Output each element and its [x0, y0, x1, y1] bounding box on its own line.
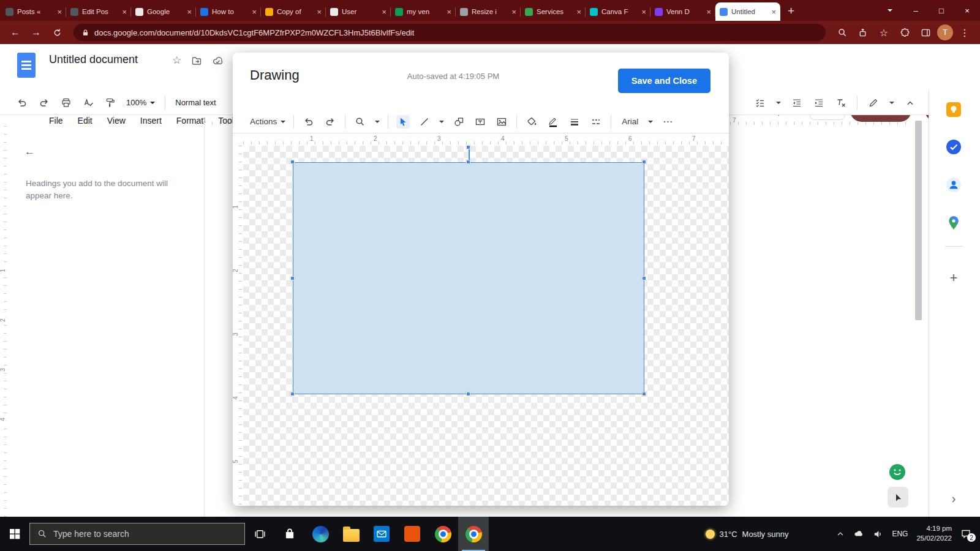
- text-box-tool-icon[interactable]: [473, 115, 487, 129]
- browser-profile-avatar[interactable]: T: [937, 24, 953, 40]
- start-button[interactable]: [0, 517, 29, 551]
- editing-mode-caret-icon[interactable]: [889, 102, 894, 104]
- menu-insert[interactable]: Insert: [135, 114, 167, 127]
- save-and-close-button[interactable]: Save and Close: [618, 69, 710, 93]
- resize-handle-bottom-right[interactable]: [642, 392, 646, 396]
- tab-close-icon[interactable]: ×: [511, 8, 516, 16]
- line-tool-caret-icon[interactable]: [439, 121, 444, 123]
- tasks-icon[interactable]: [945, 138, 962, 156]
- actions-dropdown[interactable]: Actions: [250, 117, 285, 126]
- resize-handle-top-center[interactable]: [466, 160, 470, 164]
- tab-close-icon[interactable]: ×: [187, 8, 192, 16]
- maximize-button[interactable]: □: [929, 0, 954, 21]
- browser-menu-icon[interactable]: ⋮: [956, 23, 974, 42]
- resize-handle-top-right[interactable]: [642, 160, 646, 164]
- taskbar-search-box[interactable]: [29, 523, 245, 545]
- chrome-active-app-icon[interactable]: [458, 517, 489, 551]
- cloud-saved-icon[interactable]: [212, 55, 224, 67]
- weather-widget[interactable]: 31°C Mostly sunny: [706, 530, 789, 539]
- browser-tab[interactable]: How to×: [196, 2, 261, 21]
- close-window-button[interactable]: ×: [954, 0, 980, 21]
- browser-tab[interactable]: Venn D×: [650, 2, 715, 21]
- resize-handle-top-left[interactable]: [290, 160, 295, 164]
- paint-format-icon[interactable]: [104, 97, 116, 109]
- tab-close-icon[interactable]: ×: [641, 8, 646, 16]
- get-addons-icon[interactable]: +: [945, 269, 962, 287]
- docs-logo-icon[interactable]: [17, 53, 36, 78]
- border-color-tool-icon[interactable]: [546, 115, 560, 129]
- menu-file[interactable]: File: [44, 114, 68, 127]
- zoom-tool-caret-icon[interactable]: [375, 121, 380, 123]
- chrome-app-icon[interactable]: [428, 517, 458, 551]
- zoom-tool-icon[interactable]: [353, 115, 367, 129]
- volume-icon[interactable]: [873, 529, 883, 539]
- browser-tab[interactable]: my ven×: [391, 2, 456, 21]
- tab-close-icon[interactable]: ×: [57, 8, 62, 16]
- zoom-select[interactable]: 100%: [126, 98, 155, 107]
- menu-format[interactable]: Format: [172, 114, 208, 127]
- resize-handle-middle-right[interactable]: [642, 276, 646, 280]
- new-tab-button[interactable]: +: [788, 5, 794, 17]
- undo-icon[interactable]: [16, 97, 28, 109]
- edge-app-icon[interactable]: [305, 517, 336, 551]
- side-panel-icon[interactable]: [916, 23, 935, 42]
- mail-app-icon[interactable]: [366, 517, 397, 551]
- side-panel-chevron-icon[interactable]: ›: [945, 490, 962, 507]
- rotation-handle[interactable]: [466, 145, 470, 149]
- document-title[interactable]: Untitled document: [49, 53, 138, 66]
- resize-handle-bottom-center[interactable]: [466, 392, 470, 396]
- print-icon[interactable]: [60, 97, 72, 109]
- collapse-toolbar-icon[interactable]: [904, 97, 916, 109]
- shape-tool-icon[interactable]: [452, 115, 466, 129]
- spell-check-icon[interactable]: [82, 97, 94, 109]
- font-select[interactable]: Arial: [622, 117, 653, 126]
- clear-formatting-icon[interactable]: [835, 97, 847, 109]
- assistant-widget-icon[interactable]: [889, 463, 906, 481]
- bookmark-star-icon[interactable]: ☆: [875, 23, 893, 42]
- store-app-icon[interactable]: [274, 517, 305, 551]
- contacts-icon[interactable]: [945, 176, 962, 193]
- border-dash-tool-icon[interactable]: [589, 115, 603, 129]
- url-bar[interactable]: docs.google.com/document/d/10DkdsVC1cgtF…: [74, 24, 826, 41]
- resize-handle-bottom-left[interactable]: [290, 392, 295, 396]
- select-tool-icon[interactable]: [396, 115, 410, 129]
- minimize-button[interactable]: –: [903, 0, 929, 21]
- border-weight-tool-icon[interactable]: [568, 115, 581, 129]
- selected-rectangle-shape[interactable]: [293, 162, 644, 394]
- language-indicator[interactable]: ENG: [892, 530, 908, 538]
- star-document-icon[interactable]: ☆: [172, 54, 181, 67]
- cursor-widget-icon[interactable]: [888, 487, 908, 508]
- reload-button[interactable]: [48, 23, 66, 42]
- tab-search-chevron-icon[interactable]: [877, 0, 903, 21]
- browser-tab[interactable]: Copy of×: [261, 2, 326, 21]
- paragraph-style-select[interactable]: Normal text: [175, 98, 216, 107]
- tray-expand-icon[interactable]: [836, 530, 845, 538]
- checklist-icon[interactable]: [754, 97, 766, 109]
- file-explorer-app-icon[interactable]: [336, 517, 366, 551]
- extensions-icon[interactable]: [895, 23, 914, 42]
- browser-tab[interactable]: Edit Pos×: [66, 2, 131, 21]
- move-folder-icon[interactable]: [191, 55, 202, 66]
- browser-tab[interactable]: Canva F×: [586, 2, 650, 21]
- line-tool-icon[interactable]: [418, 115, 431, 129]
- redo-icon[interactable]: [38, 97, 50, 109]
- task-view-button[interactable]: [245, 517, 274, 551]
- browser-tab[interactable]: User×: [326, 2, 391, 21]
- scrollbar-thumb[interactable]: [915, 121, 922, 320]
- tab-close-icon[interactable]: ×: [771, 8, 776, 16]
- tab-close-icon[interactable]: ×: [252, 8, 257, 16]
- editing-mode-icon[interactable]: [867, 97, 880, 109]
- tab-close-icon[interactable]: ×: [382, 8, 386, 16]
- action-center-icon[interactable]: 2: [960, 528, 971, 539]
- tab-close-icon[interactable]: ×: [706, 8, 711, 16]
- menu-view[interactable]: View: [102, 114, 130, 127]
- browser-tab[interactable]: Services×: [521, 2, 586, 21]
- tab-close-icon[interactable]: ×: [317, 8, 322, 16]
- back-button[interactable]: ←: [6, 23, 24, 42]
- indent-increase-icon[interactable]: [813, 97, 825, 109]
- menu-edit[interactable]: Edit: [73, 114, 97, 127]
- zoom-indicator-icon[interactable]: [833, 23, 851, 42]
- tab-close-icon[interactable]: ×: [447, 8, 451, 16]
- browser-tab[interactable]: Resize i×: [456, 2, 521, 21]
- tab-close-icon[interactable]: ×: [576, 8, 581, 16]
